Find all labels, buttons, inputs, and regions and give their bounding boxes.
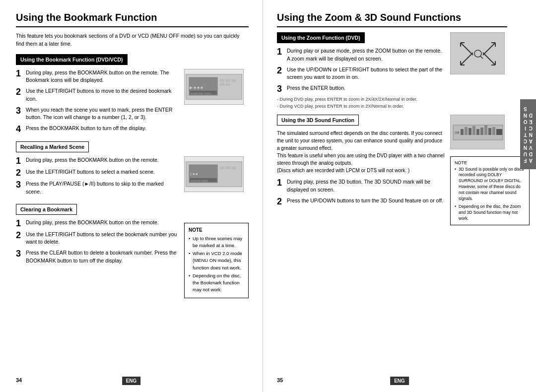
step-text: When you reach the scene you want to mar… <box>26 106 179 122</box>
section2-steps: 1 During play, press the BOOKMARK button… <box>16 156 179 199</box>
step-num: 3 <box>277 84 284 93</box>
step-num: 2 <box>16 87 23 96</box>
section-zoom: Using the Zoom Function (DVD) 1 During p… <box>277 32 507 110</box>
step-text: Use the LEFT/RIGHT buttons to select a m… <box>26 168 179 176</box>
step-num: 3 <box>16 249 23 258</box>
right-note-box: NOTE •3D Sound is possible only on discs… <box>450 156 530 225</box>
svg-rect-37 <box>465 127 468 135</box>
svg-rect-41 <box>480 128 483 135</box>
step-text: During play, press the BOOKMARK button o… <box>26 219 179 227</box>
step-3-3: 3 Press the CLEAR button to delete a boo… <box>16 249 179 265</box>
step-1-2: 2 Use the LEFT/RIGHT buttons to move to … <box>16 87 179 103</box>
step-text: During play, press the 3D button. The 3D… <box>287 178 445 194</box>
left-page-number: 34 <box>16 377 22 383</box>
right-page-title: Using the Zoom & 3D Sound Functions <box>277 12 507 27</box>
step-text: During play, press the BOOKMARK button o… <box>26 69 179 85</box>
step-num: 1 <box>16 69 23 78</box>
zoom-step-2: 2 Use the UP/DOWN or LEFT/RIGHT buttons … <box>277 66 445 82</box>
step-2-1: 1 During play, press the BOOKMARK button… <box>16 156 179 165</box>
sound-steps-area: Using the 3D Sound Function The simulate… <box>277 115 445 225</box>
step-text: Use the LEFT/RIGHT buttons to move to th… <box>26 87 179 103</box>
section3-steps: 1 During play, press the BOOKMARK button… <box>16 219 179 298</box>
right-page: Using the Zoom & 3D Sound Functions Usin… <box>263 0 536 392</box>
step-num: 1 <box>16 156 23 165</box>
section1-content: 1 During play, press the BOOKMARK button… <box>16 69 249 137</box>
zoom-notes: - During DVD play, press ENTER to zoom i… <box>277 96 445 110</box>
svg-rect-38 <box>469 128 471 135</box>
note-item-3: Depending on the disc, the Bookmark func… <box>189 272 244 294</box>
step-1-3: 3 When you reach the scene you want to m… <box>16 106 179 122</box>
svg-text:Off: Off <box>455 131 459 134</box>
zoom-note-2: - During VCD play, press ENTER to zoom i… <box>277 103 445 110</box>
zoom-header: Using the Zoom Function (DVD) <box>277 32 365 43</box>
note-title: NOTE <box>455 160 525 167</box>
step-num: 3 <box>16 106 23 115</box>
section2-image-col: 1 ■ ■ marked icons <box>184 156 249 199</box>
step-1-4: 4 Press the BOOKMARK button to turn off … <box>16 125 179 133</box>
svg-rect-14 <box>231 166 236 169</box>
svg-rect-2 <box>220 79 225 82</box>
zoom-row: Using the Zoom Function (DVD) 1 During p… <box>277 32 507 110</box>
svg-rect-6 <box>225 83 230 86</box>
zoom-device-image <box>450 32 505 74</box>
svg-text:1 ■ ■: 1 ■ ■ <box>190 172 198 176</box>
section-clear: Clearing a Bookmark 1 During play, press… <box>16 204 249 298</box>
section3-content: 1 During play, press the BOOKMARK button… <box>16 219 249 298</box>
zoom-step-1: 1 During play or pause mode, press the Z… <box>277 47 445 63</box>
left-intro: This feature lets you bookmark sections … <box>16 32 249 48</box>
step-num: 2 <box>16 231 23 240</box>
step-text: During play or pause mode, press the ZOO… <box>287 47 445 63</box>
svg-rect-4 <box>231 79 236 82</box>
step-2-3: 3 Press the PLAY/PAUSE (►/II) buttons to… <box>16 180 179 196</box>
left-eng-badge: ENG <box>122 377 141 385</box>
svg-rect-42 <box>484 125 487 135</box>
step-text: During play, press the BOOKMARK button o… <box>26 156 179 164</box>
sound-intro: The simulated surround effect depends on… <box>277 130 445 174</box>
section3-header: Clearing a Bookmark <box>16 204 77 215</box>
step-text: Press the CLEAR button to delete a bookm… <box>26 249 179 265</box>
step-text: Use the LEFT/RIGHT buttons to select the… <box>26 231 179 247</box>
svg-rect-5 <box>220 83 225 86</box>
left-page: Using the Bookmark Function This feature… <box>0 0 263 392</box>
step-num: 3 <box>16 180 23 189</box>
step-num: 1 <box>277 47 284 56</box>
step-3-2: 2 Use the LEFT/RIGHT buttons to select t… <box>16 231 179 247</box>
right-note-list: •3D Sound is possible only on discs reco… <box>455 167 525 222</box>
svg-rect-43 <box>488 128 491 135</box>
svg-rect-40 <box>476 129 479 135</box>
sound-row: Using the 3D Sound Function The simulate… <box>277 115 507 225</box>
svg-rect-39 <box>472 126 475 135</box>
sound-step-1: 1 During play, press the 3D button. The … <box>277 178 445 194</box>
svg-rect-36 <box>461 129 464 135</box>
svg-rect-45 <box>496 129 502 135</box>
sound-step-2: 2 Press the UP/DOWN buttons to turn the … <box>277 197 445 206</box>
section-recall: Recalling a Marked Scene 1 During play, … <box>16 141 249 199</box>
section-bookmark-function: Using the Bookmark Function (DVD/VCD) 1 … <box>16 54 249 137</box>
recall-device-image: 1 ■ ■ marked icons <box>184 156 244 192</box>
step-text: Press the BOOKMARK button to turn off th… <box>26 125 179 132</box>
right-note-item-1: •3D Sound is possible only on discs reco… <box>455 167 525 202</box>
section1-image-col: ▶ ■ ■ ■ bookmark icons <box>184 69 249 137</box>
svg-rect-12 <box>220 166 225 169</box>
left-note-box: NOTE Up to three scenes may be marked at… <box>184 223 249 298</box>
right-eng-badge: ENG <box>390 377 409 385</box>
step-num: 1 <box>16 219 23 228</box>
note-list: Up to three scenes may be marked at a ti… <box>189 235 244 294</box>
section2-header: Recalling a Marked Scene <box>16 141 89 152</box>
section1-header: Using the Bookmark Function (DVD/VCD) <box>16 54 128 65</box>
step-num: 2 <box>277 197 284 206</box>
svg-rect-13 <box>225 166 230 169</box>
svg-text:marked icons: marked icons <box>191 179 208 182</box>
step-text: Press the UP/DOWN buttons to turn the 3D… <box>287 197 445 205</box>
svg-text:▶ ■ ■ ■: ▶ ■ ■ ■ <box>190 85 203 89</box>
svg-rect-44 <box>492 127 495 135</box>
step-text: Press the ENTER button. <box>287 84 445 92</box>
svg-rect-3 <box>225 79 230 82</box>
step-2-2: 2 Use the LEFT/RIGHT buttons to select a… <box>16 168 179 177</box>
left-page-title: Using the Bookmark Function <box>16 12 249 27</box>
right-content-wrapper: Using the Zoom & 3D Sound Functions Usin… <box>277 12 522 382</box>
step-num: 2 <box>277 66 284 75</box>
note-item-1: Up to three scenes may be marked at a ti… <box>189 235 244 250</box>
step-num: 1 <box>277 178 284 187</box>
sound-header: Using the 3D Sound Function <box>277 115 359 126</box>
